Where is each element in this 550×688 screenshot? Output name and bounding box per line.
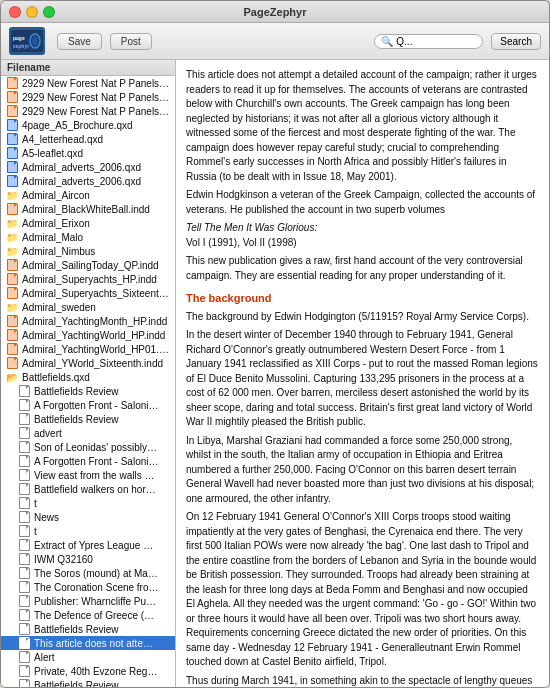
file-name: Private, 40th Evzone Regiment 1...	[34, 666, 159, 677]
minimize-button[interactable]	[26, 6, 38, 18]
file-name: This article does not attempt a d...	[34, 638, 159, 649]
file-name: t	[34, 498, 159, 509]
list-item[interactable]: Alert	[1, 650, 175, 664]
list-item[interactable]: A Forgotten Front - Salonica: Fir...	[1, 398, 175, 412]
close-button[interactable]	[9, 6, 21, 18]
list-item[interactable]: A Forgotten Front - Salonica: Fir...	[1, 454, 175, 468]
list-item[interactable]: 2929 New Forest Nat P Panels02.indd	[1, 90, 175, 104]
list-item[interactable]: Admiral_SailingToday_QP.indd	[1, 258, 175, 272]
list-item[interactable]: Extract of Ypres League Map of t...	[1, 538, 175, 552]
list-item[interactable]: Private, 40th Evzone Regiment 1...	[1, 664, 175, 678]
file-icon	[17, 637, 31, 649]
file-icon	[17, 399, 31, 411]
list-item[interactable]: News	[1, 510, 175, 524]
list-item[interactable]: 2929 New Forest Nat P Panels.indd	[1, 76, 175, 90]
list-item[interactable]: Admiral_adverts_2006.qxd	[1, 160, 175, 174]
file-name: Battlefields.qxd	[22, 372, 171, 383]
list-item[interactable]: 📁Admiral_Aircon	[1, 188, 175, 202]
file-name: Admiral_BlackWhiteBall.indd	[22, 204, 171, 215]
file-name: A Forgotten Front - Salonica: Fir...	[34, 400, 159, 411]
file-name: Admiral_YachtingWorld_HP01.indd	[22, 344, 171, 355]
list-item[interactable]: Admiral_Superyachts_Sixteenth.indd	[1, 286, 175, 300]
list-item[interactable]: t	[1, 496, 175, 510]
list-item[interactable]: 📁Admiral_Erixon	[1, 216, 175, 230]
svg-point-4	[32, 36, 38, 46]
file-name: IWM Q32160	[34, 554, 159, 565]
list-item[interactable]: Admiral_YachtingMonth_HP.indd	[1, 314, 175, 328]
file-icon: 📁	[5, 189, 19, 201]
title-bar: PageZephyr	[1, 1, 549, 23]
list-item[interactable]: Son of Leonidas' possibly twin b...	[1, 440, 175, 454]
file-icon	[17, 441, 31, 453]
list-item[interactable]: The Coronation Scene from Nap...	[1, 580, 175, 594]
file-icon	[5, 133, 19, 145]
list-item[interactable]: Admiral_Superyachts_HP.indd	[1, 272, 175, 286]
svg-text:zephyr: zephyr	[13, 43, 29, 49]
list-item[interactable]: Battlefield walkers on horseback...	[1, 482, 175, 496]
list-item[interactable]: IWM Q32160	[1, 552, 175, 566]
file-icon	[17, 511, 31, 523]
file-name: 2929 New Forest Nat P Panels.indd	[22, 78, 171, 89]
list-item[interactable]: Battlefields Review	[1, 622, 175, 636]
list-item[interactable]: Battlefields Review	[1, 384, 175, 398]
list-item[interactable]: 📂Battlefields.qxd	[1, 370, 175, 384]
file-icon	[17, 469, 31, 481]
list-item[interactable]: This article does not attempt a d...	[1, 636, 175, 650]
list-item[interactable]: Publisher: Wharncliffe Publishing...	[1, 594, 175, 608]
file-name: Admiral_YWorld_Sixteenth.indd	[22, 358, 171, 369]
list-item[interactable]: 2929 New Forest Nat P Panels03.indd	[1, 104, 175, 118]
list-item[interactable]: advert	[1, 426, 175, 440]
file-panel: Filename 2929 New Forest Nat P Panels.in…	[1, 60, 176, 687]
list-item[interactable]: 📁Admiral_Nimbus	[1, 244, 175, 258]
list-item[interactable]: 📁Admiral_Malo	[1, 230, 175, 244]
main-content: Filename 2929 New Forest Nat P Panels.in…	[1, 60, 549, 687]
file-icon: 📁	[5, 245, 19, 257]
list-item[interactable]: 📁Admiral_sweden	[1, 300, 175, 314]
list-item[interactable]: 4page_A5_Brochure.qxd	[1, 118, 175, 132]
file-name: Admiral_Erixon	[22, 218, 171, 229]
list-item[interactable]: Admiral_YWorld_Sixteenth.indd	[1, 356, 175, 370]
file-icon	[5, 273, 19, 285]
file-name: 2929 New Forest Nat P Panels03.indd	[22, 106, 171, 117]
window-title: PageZephyr	[244, 6, 307, 18]
file-name: Son of Leonidas' possibly twin b...	[34, 442, 159, 453]
list-item[interactable]: The Soros (mound) at Marthon fr...	[1, 566, 175, 580]
list-item[interactable]: Admiral_YachtingWorld_HP.indd	[1, 328, 175, 342]
file-icon	[17, 609, 31, 621]
file-name: 2929 New Forest Nat P Panels02.indd	[22, 92, 171, 103]
list-item[interactable]: The Defence of Greece (490 - 47...	[1, 608, 175, 622]
file-icon	[5, 105, 19, 117]
file-name: Admiral_Nimbus	[22, 246, 171, 257]
file-icon	[5, 357, 19, 369]
search-button[interactable]: Search	[491, 33, 541, 50]
file-icon	[5, 175, 19, 187]
article-intro3: This new publication gives a raw, first …	[186, 254, 539, 283]
search-input[interactable]	[396, 36, 476, 47]
list-item[interactable]: Admiral_BlackWhiteBall.indd	[1, 202, 175, 216]
file-name: The Defence of Greece (490 - 47...	[34, 610, 159, 621]
file-list[interactable]: 2929 New Forest Nat P Panels.indd2929 Ne…	[1, 76, 175, 687]
file-name: News	[34, 512, 159, 523]
maximize-button[interactable]	[43, 6, 55, 18]
list-item[interactable]: A4_letterhead.qxd	[1, 132, 175, 146]
list-item[interactable]: t	[1, 524, 175, 538]
article-paragraph: Thus during March 1941, in something aki…	[186, 674, 539, 687]
file-icon	[5, 259, 19, 271]
article-tell-men: Tell The Men It Was Glorious:Vol I (1991…	[186, 221, 539, 250]
list-item[interactable]: Admiral_YachtingWorld_HP01.indd	[1, 342, 175, 356]
list-item[interactable]: A5-leaflet.qxd	[1, 146, 175, 160]
section-heading-0: The background	[186, 291, 539, 307]
list-item[interactable]: Battlefields Review	[1, 412, 175, 426]
traffic-lights	[9, 6, 55, 18]
save-button[interactable]: Save	[57, 33, 102, 50]
list-item[interactable]: Admiral_adverts_2006.qxd	[1, 174, 175, 188]
file-name: Admiral_Aircon	[22, 190, 171, 201]
post-button[interactable]: Post	[110, 33, 152, 50]
file-name: Admiral_YachtingWorld_HP.indd	[22, 330, 171, 341]
list-item[interactable]: Battlefields Review	[1, 678, 175, 687]
file-name: A Forgotten Front - Salonica: Fir...	[34, 456, 159, 467]
file-icon	[5, 119, 19, 131]
list-item[interactable]: View east from the walls of ancie...	[1, 468, 175, 482]
article-content: This article does not attempt a detailed…	[186, 68, 539, 687]
article-paragraph: On 12 February 1941 General O'Connor's X…	[186, 510, 539, 670]
